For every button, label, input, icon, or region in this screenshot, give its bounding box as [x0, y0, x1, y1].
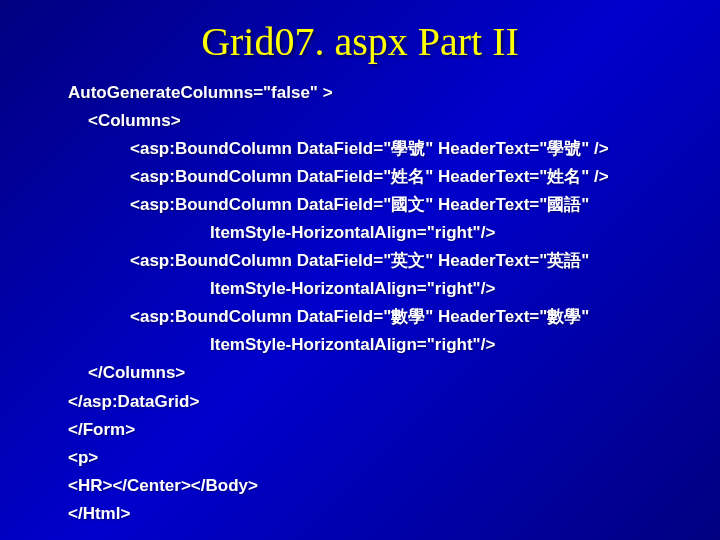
code-line: <Columns>	[50, 107, 700, 135]
code-text: <asp:BoundColumn DataField="姓名" HeaderTe…	[130, 167, 609, 186]
code-text: </Html>	[68, 504, 130, 523]
code-text: <asp:BoundColumn DataField="數學" HeaderTe…	[130, 307, 589, 326]
code-text: ItemStyle-HorizontalAlign="right"/>	[210, 335, 495, 354]
code-line: <asp:BoundColumn DataField="數學" HeaderTe…	[50, 303, 700, 331]
code-text: <asp:BoundColumn DataField="國文" HeaderTe…	[130, 195, 589, 214]
code-line: <asp:BoundColumn DataField="學號" HeaderTe…	[50, 135, 700, 163]
code-text: <asp:BoundColumn DataField="英文" HeaderTe…	[130, 251, 589, 270]
code-text: <HR></Center></Body>	[68, 476, 258, 495]
code-line: ItemStyle-HorizontalAlign="right"/>	[50, 275, 700, 303]
code-line: </Columns>	[50, 359, 700, 387]
code-text: </asp:DataGrid>	[68, 392, 199, 411]
slide-title: Grid07. aspx Part II	[0, 0, 720, 79]
code-text: <p>	[68, 448, 98, 467]
code-text: <asp:BoundColumn DataField="學號" HeaderTe…	[130, 139, 609, 158]
code-block: AutoGenerateColumns="false" > <Columns> …	[0, 79, 720, 528]
code-line: <HR></Center></Body>	[50, 472, 700, 500]
code-line: <asp:BoundColumn DataField="姓名" HeaderTe…	[50, 163, 700, 191]
code-line: <asp:BoundColumn DataField="英文" HeaderTe…	[50, 247, 700, 275]
code-line: ItemStyle-HorizontalAlign="right"/>	[50, 219, 700, 247]
code-line: <p>	[50, 444, 700, 472]
code-text: <Columns>	[88, 111, 181, 130]
code-text: AutoGenerateColumns="false" >	[68, 83, 333, 102]
code-text: </Columns>	[88, 363, 185, 382]
code-text: ItemStyle-HorizontalAlign="right"/>	[210, 223, 495, 242]
code-line: AutoGenerateColumns="false" >	[50, 79, 700, 107]
code-text: </Form>	[68, 420, 135, 439]
code-line: ItemStyle-HorizontalAlign="right"/>	[50, 331, 700, 359]
code-line: </Html>	[50, 500, 700, 528]
code-line: <asp:BoundColumn DataField="國文" HeaderTe…	[50, 191, 700, 219]
code-text: ItemStyle-HorizontalAlign="right"/>	[210, 279, 495, 298]
code-line: </asp:DataGrid>	[50, 388, 700, 416]
code-line: </Form>	[50, 416, 700, 444]
